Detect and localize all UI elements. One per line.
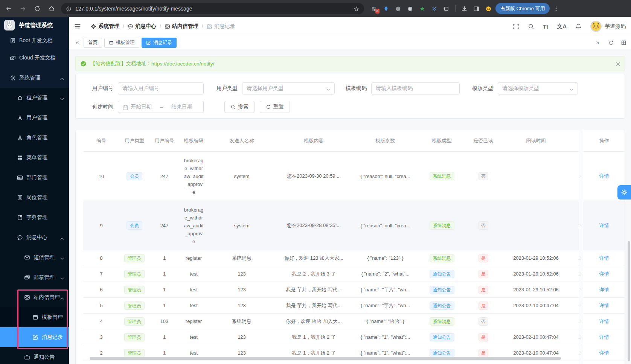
tab-模板管理[interactable]: 模板管理 bbox=[104, 38, 139, 48]
breadcrumb-item-1[interactable]: 系统管理 bbox=[91, 23, 119, 30]
detail-link[interactable]: 详情 bbox=[599, 173, 609, 180]
site-info-icon[interactable] bbox=[66, 5, 72, 12]
filter-template_code-input[interactable]: 请输入模板编码 bbox=[371, 82, 460, 94]
sidebar-item-sms-management[interactable]: 短信管理 bbox=[0, 247, 69, 267]
browser-back-button[interactable] bbox=[5, 5, 12, 12]
search-button[interactable] bbox=[528, 23, 534, 30]
sidebar-item-notice-announcement[interactable]: 通知公告 bbox=[0, 347, 69, 364]
filter-create_time-date[interactable]: 开始日期–结束日期 bbox=[118, 101, 204, 113]
bookmark-star-icon[interactable] bbox=[354, 5, 359, 12]
detail-link[interactable]: 详情 bbox=[599, 318, 609, 325]
extension-icon[interactable] bbox=[419, 5, 425, 12]
detail-link[interactable]: 详情 bbox=[599, 255, 609, 262]
sidebar-item-message-records[interactable]: 消息记录 bbox=[0, 327, 69, 347]
sidebar-item-role-management[interactable]: 角色管理 bbox=[0, 128, 69, 148]
extension-icon[interactable]: 8 bbox=[371, 5, 377, 12]
horizontal-scrollbar[interactable] bbox=[90, 357, 561, 360]
read-time: 2023-02-10 00:47:04 bbox=[513, 334, 559, 340]
browser-address-bar[interactable]: 127.0.0.1/system/messages/notify/notify-… bbox=[61, 3, 364, 14]
breadcrumb-item-3[interactable]: 站内信管理 bbox=[165, 23, 198, 30]
sidebar-item-system-management[interactable]: 系统管理 bbox=[0, 68, 69, 88]
search-button[interactable]: 搜索 bbox=[224, 101, 255, 113]
browser-reload-button[interactable] bbox=[34, 5, 41, 12]
notification-bell-button[interactable] bbox=[575, 23, 582, 30]
detail-link[interactable]: 详情 bbox=[599, 350, 609, 356]
side-panel-icon bbox=[473, 6, 480, 12]
detail-link[interactable]: 详情 bbox=[599, 302, 609, 309]
sidebar-item-label: Boot 开发文档 bbox=[19, 37, 53, 44]
template-code: register bbox=[184, 254, 204, 262]
table-row[interactable]: 6管理员1test123我是 芋艿，我开始 写代...{ "name": "芋艿… bbox=[83, 282, 583, 298]
sidebar-item-dept-management[interactable]: 部门管理 bbox=[0, 168, 69, 187]
table-row[interactable]: 7管理员1test123我是 2，我开始 3 了{ "name": "2", "… bbox=[83, 266, 583, 282]
extension-icon[interactable] bbox=[383, 5, 389, 12]
page-scrollbar[interactable] bbox=[628, 241, 630, 361]
refresh-page-button[interactable] bbox=[608, 39, 614, 46]
action-cell: 详情 bbox=[583, 314, 625, 329]
sidebar-item-tenant-management[interactable]: 租户管理 bbox=[0, 88, 69, 108]
browser-forward-button[interactable] bbox=[20, 5, 26, 12]
filter-template_type-select[interactable]: 请选择模版类型 bbox=[498, 82, 578, 94]
template-params: { "name": "芋艿", "wh... bbox=[361, 303, 410, 308]
breadcrumb-item-2[interactable]: 消息中心 bbox=[128, 23, 156, 30]
template-code: test bbox=[184, 349, 204, 357]
username: 芋道源码 bbox=[605, 23, 626, 30]
profile-avatar[interactable] bbox=[485, 5, 492, 12]
table-row[interactable]: 5管理员1test123我是 芋艿，我开始 写代...{ "name": "芋艿… bbox=[83, 298, 583, 314]
sidebar-item-template-management[interactable]: 模板管理 bbox=[0, 307, 69, 327]
table-row[interactable]: 3管理员1test123我是 1，我开始 2 了{ "name": "1", "… bbox=[83, 329, 583, 345]
font-size-button[interactable]: Tt bbox=[543, 23, 548, 30]
extension-icon[interactable] bbox=[395, 5, 401, 12]
browser-home-button[interactable] bbox=[48, 5, 55, 12]
tabs-scroll-right-button[interactable]: » bbox=[594, 39, 602, 46]
action-cell: 详情 bbox=[583, 266, 625, 282]
sidebar-item-mailbox-management[interactable]: 邮箱管理 bbox=[0, 267, 69, 287]
sidebar-item-cloud-docs[interactable]: Cloud 开发文档 bbox=[0, 48, 69, 68]
detail-link[interactable]: 详情 bbox=[599, 222, 609, 229]
user-avatar-icon bbox=[590, 21, 602, 32]
url-text[interactable]: 127.0.0.1/system/messages/notify/notify-… bbox=[75, 6, 192, 12]
detail-link[interactable]: 详情 bbox=[599, 334, 609, 341]
sidebar-item-boot-docs[interactable]: Boot 开发文档 bbox=[0, 34, 69, 48]
template-params: { "name": "哈哈" } bbox=[366, 318, 404, 324]
user-menu[interactable]: 芋道源码 bbox=[590, 21, 626, 32]
layout-grid-button[interactable] bbox=[621, 39, 626, 46]
tabs-scroll-left-button[interactable]: « bbox=[73, 39, 81, 46]
alert-link[interactable]: https://doc.iocoder.cn/notify/ bbox=[151, 61, 214, 67]
filter-user_type-select[interactable]: 请选择用户类型 bbox=[242, 82, 335, 94]
extension-icon[interactable] bbox=[407, 5, 413, 12]
sidebar-item-notify-management[interactable]: 站内信管理 bbox=[0, 287, 69, 307]
filter-user_id-input[interactable]: 请输入用户编号 bbox=[118, 82, 204, 94]
fullscreen-button[interactable] bbox=[513, 23, 519, 30]
sidebar-item-label: 角色管理 bbox=[26, 134, 47, 141]
sidebar-item-dict-management[interactable]: 字典管理 bbox=[0, 207, 69, 227]
extensions-puzzle-button[interactable] bbox=[443, 5, 450, 12]
template-type-tag: 通知公告 bbox=[430, 302, 454, 310]
sidebar-item-user-management[interactable]: 用户管理 bbox=[0, 108, 69, 128]
sidebar-item-post-management[interactable]: 岗位管理 bbox=[0, 187, 69, 207]
table-row[interactable]: 10会员247brokerage_withdraw_audit_approves… bbox=[83, 152, 583, 201]
side-panel-button[interactable] bbox=[473, 5, 480, 12]
app-logo[interactable]: 芋道管理系统 bbox=[0, 17, 69, 34]
user-avatar bbox=[590, 21, 602, 32]
table-row[interactable]: 8管理员1register系统消息你好，欢迎 123 加入大家...{ "nam… bbox=[83, 250, 583, 266]
language-button[interactable]: 文A bbox=[557, 23, 567, 30]
filter-label-create_time: 创建时间 bbox=[83, 104, 118, 110]
extension-icon[interactable] bbox=[431, 5, 437, 12]
browser-menu-icon[interactable] bbox=[553, 5, 559, 12]
chrome-update-button[interactable]: 有新版 Chrome 可用 bbox=[495, 3, 550, 14]
alert-close-icon[interactable] bbox=[615, 61, 620, 66]
sidebar-item-message-center[interactable]: 消息中心 bbox=[0, 227, 69, 247]
detail-link[interactable]: 详情 bbox=[599, 286, 609, 293]
tab-消息记录[interactable]: 消息记录 bbox=[142, 38, 177, 48]
table-row[interactable]: 4管理员103register系统消息你好，欢迎 哈哈 加入大...{ "nam… bbox=[83, 314, 583, 329]
tab-首页[interactable]: 首页 bbox=[84, 38, 102, 48]
reset-button[interactable]: 重置 bbox=[260, 101, 290, 113]
downloads-button[interactable] bbox=[461, 5, 468, 12]
template-type-tag: 系统消息 bbox=[430, 317, 454, 326]
sidebar-item-menu-management[interactable]: 菜单管理 bbox=[0, 148, 69, 168]
table-row[interactable]: 9会员247brokerage_withdraw_audit_approvesy… bbox=[83, 201, 583, 250]
collapse-menu-button[interactable] bbox=[74, 23, 85, 30]
settings-fab-button[interactable] bbox=[617, 185, 631, 200]
detail-link[interactable]: 详情 bbox=[599, 271, 609, 277]
